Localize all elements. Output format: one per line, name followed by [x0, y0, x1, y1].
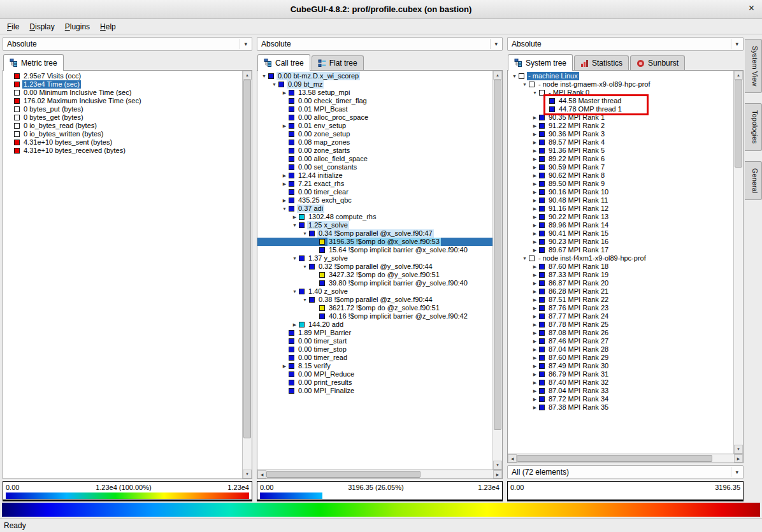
tree-row-label[interactable]: 176.02 Maximum Inclusive Time (sec) — [22, 97, 143, 105]
scroll-right-icon[interactable]: ▶ — [493, 470, 502, 478]
tree-row-label[interactable]: 91.22 MPI Rank 2 — [547, 122, 606, 130]
scrollbar-track[interactable] — [517, 454, 734, 463]
expand-icon[interactable]: ▶ — [531, 130, 539, 138]
collapse-icon[interactable]: ▼ — [301, 296, 309, 304]
tree-row[interactable]: 3621.72 !$omp do @z_solve.f90:51 — [257, 304, 492, 312]
tree-row-label[interactable]: 1.89 MPI_Barrier — [297, 329, 352, 337]
expand-icon[interactable]: ▶ — [531, 345, 539, 354]
tree-row-label[interactable]: - node inst-f4xm1-x9-ol89-hpc-prof — [537, 254, 647, 262]
expand-icon[interactable]: ▶ — [531, 188, 539, 196]
tree-row-label[interactable]: 1.25 x_solve — [307, 221, 349, 229]
tree-row-label[interactable]: 12.44 initialize — [297, 171, 344, 180]
tree-row[interactable]: ▶90.36 MPI Rank 3 — [508, 130, 733, 138]
tree-row-label[interactable]: 87.46 MPI Rank 27 — [547, 337, 610, 345]
expand-icon[interactable]: ▶ — [531, 205, 539, 213]
tree-row-label[interactable]: 91.16 MPI Rank 12 — [547, 205, 610, 213]
expand-icon[interactable]: ▶ — [531, 113, 539, 122]
tree-row-label[interactable]: 0.00 zone_setup — [297, 130, 351, 138]
tree-row-label[interactable]: 0.00 MPI_Finalize — [297, 387, 356, 395]
tree-row[interactable]: 2.95e7 Visits (occ) — [3, 72, 242, 80]
tree-row[interactable]: 4.31e+10 bytes_received (bytes) — [3, 147, 242, 155]
tree-row-label[interactable]: 87.40 MPI Rank 32 — [547, 378, 610, 387]
tree-row[interactable]: 0.08 map_zones — [257, 138, 492, 147]
tree-row[interactable]: 0.00 alloc_proc_space — [257, 113, 492, 122]
expand-icon[interactable]: ▶ — [531, 262, 539, 271]
tree-row[interactable]: ▼- machine Linux — [508, 72, 733, 80]
tree-row-label[interactable]: 87.76 MPI Rank 23 — [547, 304, 610, 312]
menu-item-file[interactable]: File — [2, 20, 24, 33]
system-filter-combo[interactable]: All (72 elements) ▾ — [507, 465, 744, 479]
tree-row-label[interactable]: 0.00 Minimum Inclusive Time (sec) — [22, 89, 133, 97]
tree-row[interactable]: ▶87.08 MPI Rank 26 — [508, 329, 733, 337]
tree-row[interactable]: ▼0.38 !$omp parallel @z_solve.f90:44 — [257, 296, 492, 304]
tree-row[interactable]: ▶91.16 MPI Rank 12 — [508, 205, 733, 213]
tree-row-label[interactable]: 87.72 MPI Rank 34 — [547, 395, 610, 403]
tree-row-label[interactable]: 89.67 MPI Rank 17 — [547, 246, 610, 254]
expand-icon[interactable]: ▶ — [531, 122, 539, 130]
tree-row-label[interactable]: 90.16 MPI Rank 10 — [547, 188, 610, 196]
tree-row-label[interactable]: 8.15 verify — [297, 362, 332, 370]
tree-row[interactable]: ▶90.16 MPI Rank 10 — [508, 188, 733, 196]
tree-row[interactable]: 0.00 zone_starts — [257, 147, 492, 155]
expand-icon[interactable]: ▶ — [531, 229, 539, 238]
tree-row-label[interactable]: 0.00 alloc_field_space — [297, 155, 369, 163]
vertical-scrollbar[interactable]: ▲ ▼ — [733, 71, 743, 454]
tree-row[interactable]: ▶7.21 exact_rhs — [257, 180, 492, 188]
close-icon[interactable]: × — [749, 3, 754, 14]
scroll-down-icon[interactable]: ▼ — [243, 470, 252, 478]
tree-row[interactable]: ▶87.72 MPI Rank 34 — [508, 395, 733, 403]
tree-row[interactable]: ▶87.04 MPI Rank 33 — [508, 387, 733, 395]
tree-row-label[interactable]: 89.96 MPI Rank 14 — [547, 221, 610, 229]
tree-row-label[interactable]: 87.60 MPI Rank 29 — [547, 354, 610, 362]
collapse-icon[interactable]: ▼ — [280, 205, 289, 213]
tree-row-label[interactable]: 1.23e4 Time (sec) — [22, 80, 81, 89]
expand-icon[interactable]: ▶ — [280, 196, 289, 205]
tree-row[interactable]: ▶87.33 MPI Rank 19 — [508, 271, 733, 279]
tree-row-label[interactable]: - node inst-gmaem-x9-ol89-hpc-prof — [537, 80, 651, 89]
tree-row-label[interactable]: 0.00 timer_stop — [297, 345, 348, 354]
tree-row-label[interactable]: 0.34 !$omp parallel @x_solve.f90:47 — [317, 229, 434, 238]
tree-row[interactable]: 40.16 !$omp implicit barrier @z_solve.f9… — [257, 312, 492, 320]
tab-flat-tree[interactable]: Flat tree — [312, 55, 364, 70]
tree-row-label[interactable]: 86.28 MPI Rank 21 — [547, 287, 610, 296]
expand-icon[interactable]: ▶ — [531, 370, 539, 378]
tree-row-label[interactable]: 13.58 setup_mpi — [297, 89, 351, 97]
collapse-icon[interactable]: ▼ — [510, 72, 519, 80]
tree-row-label[interactable]: 0 io_bytes_written (bytes) — [22, 130, 104, 138]
tree-row[interactable]: 0.00 MPI_Reduce — [257, 370, 492, 378]
expand-icon[interactable]: ▶ — [531, 378, 539, 387]
tree-row[interactable]: ▶87.49 MPI Rank 30 — [508, 362, 733, 370]
tree-row-label[interactable]: 0.08 map_zones — [297, 138, 351, 147]
tree-row-label[interactable]: 90.36 MPI Rank 3 — [547, 130, 606, 138]
tree-row-label[interactable]: 89.22 MPI Rank 6 — [547, 155, 606, 163]
tree-row[interactable]: 0 io_bytes_written (bytes) — [3, 130, 242, 138]
expand-icon[interactable]: ▶ — [531, 221, 539, 229]
tree-row[interactable]: 1.23e4 Time (sec) — [3, 80, 242, 89]
tree-row-label[interactable]: 0.00 print_results — [297, 378, 353, 387]
tree-row[interactable]: ▶90.62 MPI Rank 8 — [508, 171, 733, 180]
tree-row-label[interactable]: 15.64 !$omp implicit barrier @x_solve.f9… — [327, 246, 469, 254]
tree-row[interactable]: ▼0.00 bt-mz.D.x_wi_scorep — [257, 72, 492, 80]
tree-row-label[interactable]: 0.01 MPI_Bcast — [297, 105, 349, 113]
tree-row-label[interactable]: 90.62 MPI Rank 8 — [547, 171, 606, 180]
tree-row-label[interactable]: 91.36 MPI Rank 5 — [547, 147, 606, 155]
tree-row[interactable]: ▼0.09 bt_mz — [257, 80, 492, 89]
collapse-icon[interactable]: ▼ — [521, 80, 529, 89]
collapse-icon[interactable]: ▼ — [270, 80, 278, 89]
tree-row[interactable]: ▶87.38 MPI Rank 35 — [508, 403, 733, 412]
tree-row-label[interactable]: 435.25 exch_qbc — [297, 196, 353, 205]
expand-icon[interactable]: ▶ — [531, 238, 539, 246]
expand-icon[interactable]: ▶ — [531, 304, 539, 312]
collapse-icon[interactable]: ▼ — [301, 262, 309, 271]
tree-row-label[interactable]: 87.60 MPI Rank 18 — [547, 262, 610, 271]
system-value-mode-combo[interactable]: Absolute ▾ — [507, 37, 744, 51]
tree-row[interactable]: ▶90.48 MPI Rank 11 — [508, 196, 733, 205]
side-tab-general[interactable]: General — [745, 161, 762, 200]
scroll-up-icon[interactable]: ▲ — [734, 71, 743, 80]
call-value-mode-combo[interactable]: Absolute ▾ — [257, 37, 503, 51]
scroll-up-icon[interactable]: ▲ — [243, 71, 252, 80]
tree-row-label[interactable]: 3427.32 !$omp do @y_solve.f90:51 — [327, 271, 441, 279]
expand-icon[interactable]: ▶ — [280, 180, 289, 188]
tree-row[interactable]: ▼- node inst-f4xm1-x9-ol89-hpc-prof — [508, 254, 733, 262]
scrollbar-thumb[interactable] — [517, 455, 712, 462]
